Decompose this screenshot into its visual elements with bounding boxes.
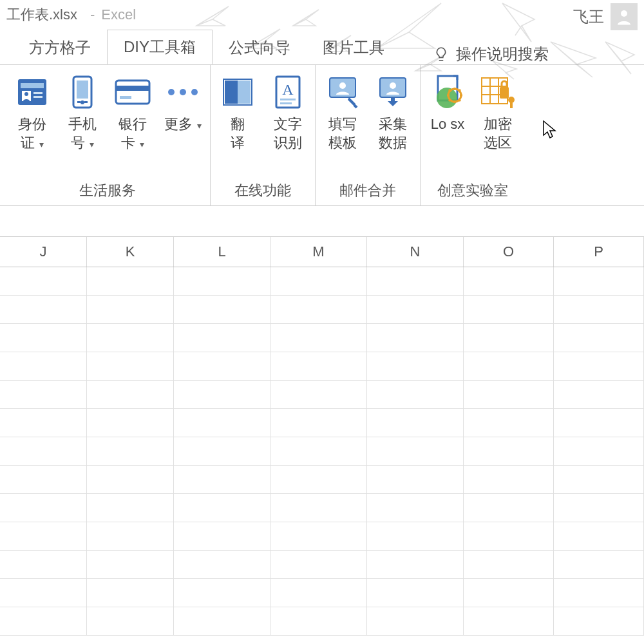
cell[interactable] bbox=[367, 522, 464, 550]
cell[interactable] bbox=[174, 494, 270, 522]
cell[interactable] bbox=[0, 324, 87, 352]
cell[interactable] bbox=[270, 551, 367, 578]
template-button[interactable]: 填写 模板 bbox=[323, 70, 362, 152]
cell[interactable] bbox=[367, 494, 464, 522]
cell[interactable] bbox=[554, 267, 644, 295]
column-header-M[interactable]: M bbox=[270, 237, 367, 267]
cell[interactable] bbox=[367, 409, 464, 437]
cell[interactable] bbox=[87, 267, 174, 295]
cell[interactable] bbox=[0, 352, 87, 380]
tab-fangfang[interactable]: 方方格子 bbox=[13, 31, 107, 64]
cell[interactable] bbox=[464, 267, 554, 295]
cell[interactable] bbox=[0, 409, 87, 437]
cell[interactable] bbox=[270, 296, 367, 323]
cell[interactable] bbox=[174, 437, 270, 465]
cell[interactable] bbox=[464, 551, 554, 578]
cell[interactable] bbox=[270, 324, 367, 352]
column-header-N[interactable]: N bbox=[367, 237, 464, 267]
cell[interactable] bbox=[87, 437, 174, 465]
cell[interactable] bbox=[0, 437, 87, 465]
cell[interactable] bbox=[554, 437, 644, 465]
cell[interactable] bbox=[87, 466, 174, 493]
column-header-P[interactable]: P bbox=[554, 237, 644, 267]
cell[interactable] bbox=[87, 579, 174, 607]
cell[interactable] bbox=[464, 437, 554, 465]
tell-me[interactable]: 操作说明搜索 bbox=[433, 44, 549, 64]
cell[interactable] bbox=[87, 324, 174, 352]
cell[interactable] bbox=[270, 494, 367, 522]
cell[interactable] bbox=[554, 352, 644, 380]
tab-diy-toolbox[interactable]: DIY工具箱 bbox=[107, 30, 213, 64]
cell[interactable] bbox=[174, 267, 270, 295]
cell[interactable] bbox=[270, 579, 367, 607]
avatar[interactable] bbox=[611, 3, 638, 30]
cell[interactable] bbox=[464, 494, 554, 522]
cell[interactable] bbox=[87, 381, 174, 408]
cell[interactable] bbox=[174, 551, 270, 578]
cell[interactable] bbox=[174, 296, 270, 323]
cell[interactable] bbox=[174, 409, 270, 437]
column-header-K[interactable]: K bbox=[87, 237, 174, 267]
cell[interactable] bbox=[174, 466, 270, 493]
column-header-L[interactable]: L bbox=[174, 237, 270, 267]
cell[interactable] bbox=[87, 494, 174, 522]
cell[interactable] bbox=[0, 579, 87, 607]
cell[interactable] bbox=[270, 607, 367, 635]
cell[interactable] bbox=[367, 607, 464, 635]
cell[interactable] bbox=[174, 324, 270, 352]
cell[interactable] bbox=[270, 381, 367, 408]
cell[interactable] bbox=[554, 381, 644, 408]
cell[interactable] bbox=[174, 381, 270, 408]
cell[interactable] bbox=[0, 296, 87, 323]
cell[interactable] bbox=[270, 409, 367, 437]
cell[interactable] bbox=[270, 522, 367, 550]
cell[interactable] bbox=[0, 267, 87, 295]
cell[interactable] bbox=[0, 381, 87, 408]
cell[interactable] bbox=[464, 409, 554, 437]
cell[interactable] bbox=[464, 466, 554, 493]
cell[interactable] bbox=[464, 296, 554, 323]
cell[interactable] bbox=[270, 466, 367, 493]
cell[interactable] bbox=[464, 352, 554, 380]
cell[interactable] bbox=[174, 522, 270, 550]
cell[interactable] bbox=[464, 381, 554, 408]
encrypt-button[interactable]: 加密 选区 bbox=[478, 70, 517, 152]
cell[interactable] bbox=[554, 522, 644, 550]
cell[interactable] bbox=[554, 409, 644, 437]
cell[interactable] bbox=[87, 607, 174, 635]
phone-button[interactable]: 手机 号 ▾ bbox=[63, 70, 102, 152]
cell[interactable] bbox=[554, 466, 644, 493]
cell[interactable] bbox=[367, 466, 464, 493]
cell[interactable] bbox=[367, 324, 464, 352]
tab-formula-wizard[interactable]: 公式向导 bbox=[213, 31, 307, 64]
cell[interactable] bbox=[554, 579, 644, 607]
cell[interactable] bbox=[87, 409, 174, 437]
collect-button[interactable]: 采集 数据 bbox=[374, 70, 412, 152]
cell[interactable] bbox=[464, 607, 554, 635]
cell[interactable] bbox=[87, 352, 174, 380]
cell[interactable] bbox=[554, 607, 644, 635]
cell[interactable] bbox=[174, 607, 270, 635]
cell[interactable] bbox=[367, 296, 464, 323]
cell[interactable] bbox=[87, 522, 174, 550]
cell[interactable] bbox=[0, 522, 87, 550]
column-header-O[interactable]: O bbox=[464, 237, 554, 267]
cell[interactable] bbox=[174, 352, 270, 380]
cell[interactable] bbox=[554, 494, 644, 522]
cell[interactable] bbox=[554, 324, 644, 352]
cell[interactable] bbox=[367, 381, 464, 408]
lab-button[interactable]: Lo sx bbox=[428, 70, 467, 134]
cell[interactable] bbox=[367, 267, 464, 295]
cell[interactable] bbox=[464, 579, 554, 607]
column-header-J[interactable]: J bbox=[0, 237, 87, 267]
cell[interactable] bbox=[464, 522, 554, 550]
cell[interactable] bbox=[554, 296, 644, 323]
translate-button[interactable]: 翻 译 bbox=[218, 70, 257, 152]
formula-bar[interactable] bbox=[0, 206, 644, 237]
cell[interactable] bbox=[0, 607, 87, 635]
cell[interactable] bbox=[174, 579, 270, 607]
cell[interactable] bbox=[270, 352, 367, 380]
cell[interactable] bbox=[0, 466, 87, 493]
more-button[interactable]: 更多 ▾ bbox=[164, 70, 202, 134]
cell[interactable] bbox=[367, 551, 464, 578]
